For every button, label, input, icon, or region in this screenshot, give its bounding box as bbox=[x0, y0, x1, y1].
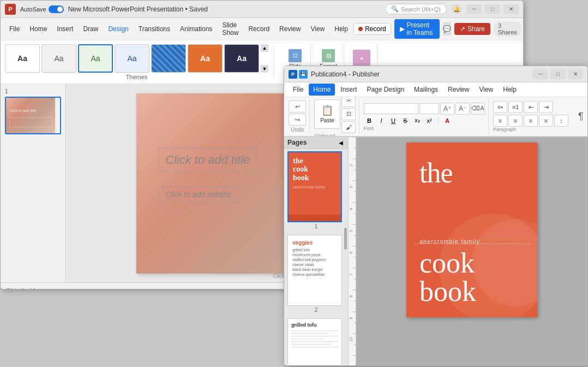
menu-insert[interactable]: Insert bbox=[52, 23, 77, 35]
comment-icon[interactable]: 💬 bbox=[443, 22, 451, 35]
page2-content: veggies grilled tofu mushroom pizza stuf… bbox=[288, 235, 341, 281]
subscript-button[interactable]: x₂ bbox=[412, 116, 423, 126]
publisher-window: P 💾 Publication4 - Publisher ─ □ ✕ File … bbox=[284, 66, 588, 366]
page-item-1[interactable]: thecookbook abercrombie family 1 bbox=[284, 149, 348, 233]
pub-minimize-button[interactable]: ─ bbox=[533, 69, 548, 79]
theme-gray[interactable]: Aa bbox=[41, 44, 76, 73]
theme-orange[interactable]: Aa bbox=[188, 44, 223, 73]
text-format-row: B I U S x₂ x² A bbox=[364, 116, 485, 126]
theme-pattern[interactable] bbox=[151, 44, 186, 73]
align-right-button[interactable]: ≡ bbox=[524, 115, 538, 127]
minimize-button[interactable]: ─ bbox=[466, 4, 482, 14]
pub-menu-review[interactable]: Review bbox=[443, 84, 473, 96]
pages-collapse-button[interactable]: ◀ bbox=[337, 139, 345, 146]
svg-text:8: 8 bbox=[349, 295, 353, 298]
theme-dark[interactable]: Aa bbox=[224, 44, 259, 73]
close-button[interactable]: ✕ bbox=[503, 4, 519, 14]
menu-slideshow[interactable]: Slide Show bbox=[218, 19, 243, 39]
pub-maximize-button[interactable]: □ bbox=[550, 69, 566, 79]
page-thumb-2[interactable]: veggies grilled tofu mushroom pizza stuf… bbox=[287, 235, 342, 306]
cut-button[interactable]: ✂ bbox=[341, 97, 356, 107]
menu-review[interactable]: Review bbox=[275, 23, 305, 35]
maximize-button[interactable]: □ bbox=[485, 4, 500, 14]
undo-button[interactable]: ↩ bbox=[289, 100, 306, 113]
themes-scroll-up[interactable]: ▲ bbox=[261, 44, 268, 52]
bold-button[interactable]: B bbox=[364, 116, 375, 126]
page-item-2[interactable]: veggies grilled tofu mushroom pizza stuf… bbox=[284, 233, 348, 316]
pub-menu-home[interactable]: Home bbox=[309, 84, 335, 96]
pub-menu-insert[interactable]: Insert bbox=[336, 84, 361, 96]
font-family-input[interactable] bbox=[364, 103, 418, 114]
bell-icon[interactable]: 🔔 bbox=[451, 4, 462, 15]
pub-ribbon: ↩ ↪ Undo 📋 Paste ✂ ⊡ 🖌 Clipboard bbox=[284, 97, 587, 137]
menu-design[interactable]: Design bbox=[104, 23, 133, 35]
strikethrough-button[interactable]: S bbox=[400, 116, 411, 126]
menu-home[interactable]: Home bbox=[25, 23, 51, 35]
page-thumb-1[interactable]: thecookbook abercrombie family bbox=[287, 151, 342, 222]
cookbook-subtitle[interactable]: abercrombie family bbox=[419, 238, 480, 245]
indent-dec-button[interactable]: ⇤ bbox=[524, 101, 538, 113]
menu-draw[interactable]: Draw bbox=[79, 23, 103, 35]
autosave-toggle[interactable] bbox=[49, 5, 64, 13]
pub-pages-panel: Pages ◀ thecookbook abercrombie family 1… bbox=[284, 137, 349, 365]
italic-button[interactable]: I bbox=[376, 116, 387, 126]
slide-title-placeholder[interactable]: Click to add title bbox=[158, 148, 257, 172]
align-center-button[interactable]: ≡ bbox=[508, 115, 523, 127]
copy-button[interactable]: ⊡ bbox=[341, 108, 356, 120]
pub-canvas[interactable]: the abercrombie family cookbook bbox=[356, 137, 587, 366]
align-justify-button[interactable]: ≡ bbox=[539, 115, 553, 127]
slide-thumbnail[interactable]: Click to add title bbox=[5, 97, 61, 134]
redo-button[interactable]: ↪ bbox=[289, 114, 306, 126]
paste-button[interactable]: 📋 Paste bbox=[314, 99, 340, 129]
indent-inc-button[interactable]: ⇥ bbox=[539, 101, 553, 113]
shares-count-badge: 3 Shares bbox=[494, 21, 521, 37]
slide-thumb-preview: Click to add title bbox=[6, 98, 55, 133]
themes-scroll-down[interactable]: ▼ bbox=[261, 65, 268, 73]
pub-menu-help[interactable]: Help bbox=[499, 84, 521, 96]
pub-save-icon[interactable]: 💾 bbox=[299, 70, 308, 79]
menu-help[interactable]: Help bbox=[330, 23, 352, 35]
menu-file[interactable]: File bbox=[5, 23, 24, 35]
vertical-ruler: 2 3 4 5 6 7 8 9 10 bbox=[349, 137, 356, 366]
theme-blue[interactable]: Aa bbox=[115, 44, 149, 73]
menu-view[interactable]: View bbox=[306, 23, 329, 35]
pub-main-area: Pages ◀ thecookbook abercrombie family 1… bbox=[284, 137, 587, 365]
font-color-button[interactable]: A bbox=[442, 116, 453, 126]
menu-record[interactable]: Record bbox=[244, 23, 274, 35]
pub-menu-file[interactable]: File bbox=[289, 84, 308, 96]
canvas-with-ruler: 2 3 4 5 6 7 8 9 10 bbox=[349, 137, 587, 366]
line-spacing-button[interactable]: ↕ bbox=[554, 115, 568, 127]
align-left-button[interactable]: ≡ bbox=[493, 115, 507, 127]
menu-animations[interactable]: Animations bbox=[176, 23, 217, 35]
cookbook-title-2[interactable]: cookbook bbox=[419, 249, 476, 306]
superscript-button[interactable]: x² bbox=[424, 116, 435, 126]
pub-close-button[interactable]: ✕ bbox=[568, 69, 583, 79]
cookbook-page-canvas[interactable]: the abercrombie family cookbook bbox=[406, 143, 537, 317]
format-painter-button[interactable]: 🖌 bbox=[341, 121, 356, 133]
page-item-3[interactable]: grilled tofu 3 bbox=[284, 316, 348, 365]
underline-button[interactable]: U bbox=[388, 116, 399, 126]
pub-menu-pagedesign[interactable]: Page Design bbox=[362, 84, 409, 96]
clear-format-button[interactable]: ⌫A bbox=[471, 103, 485, 115]
font-shrink-button[interactable]: A⁻ bbox=[455, 103, 470, 115]
slide-count: Slide 1 of 1 bbox=[6, 287, 36, 290]
slide-subtitle-placeholder[interactable]: Click to add subtitle bbox=[158, 186, 238, 203]
bullet-list-button[interactable]: ≡• bbox=[493, 101, 507, 113]
pub-menu-mailings[interactable]: Mailings bbox=[410, 84, 442, 96]
pilcrow-button[interactable]: ¶ bbox=[578, 111, 584, 122]
font-grow-button[interactable]: A⁺ bbox=[440, 103, 454, 115]
pub-menu-view[interactable]: View bbox=[475, 84, 497, 96]
menu-transitions[interactable]: Transitions bbox=[134, 23, 175, 35]
page-thumb-3[interactable]: grilled tofu bbox=[287, 318, 342, 365]
theme-default[interactable]: Aa bbox=[5, 44, 40, 73]
record-button[interactable]: Record bbox=[353, 23, 391, 35]
share-button[interactable]: ↗ Share bbox=[454, 23, 490, 35]
font-size-input[interactable] bbox=[419, 103, 439, 114]
pages-scrollbar[interactable] bbox=[344, 228, 347, 250]
cookbook-main-title[interactable]: the bbox=[419, 159, 453, 187]
ppt-search[interactable]: 🔍 Search (Alt+Q) bbox=[385, 4, 447, 14]
number-list-button[interactable]: ≡1 bbox=[508, 101, 523, 113]
present-button[interactable]: ▶ Present in Teams bbox=[394, 19, 440, 39]
theme-green[interactable]: Aa bbox=[78, 44, 113, 73]
ppt-window-controls: ─ □ ✕ bbox=[466, 4, 519, 14]
